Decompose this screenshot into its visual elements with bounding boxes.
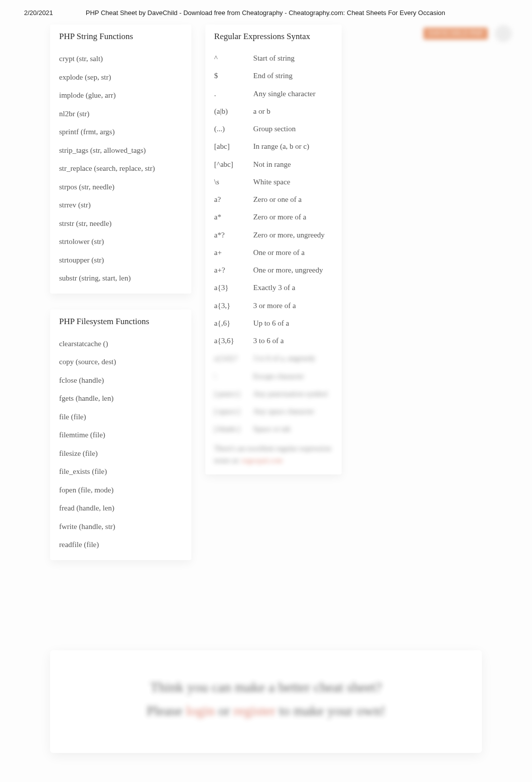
- regex-value: Zero or one of a: [253, 194, 333, 205]
- regex-key: a{3,6}?: [214, 353, 253, 364]
- regex-row-blurred: a{3,6}?3 to 6 of a, ungreedy: [205, 350, 342, 367]
- regex-row-blurred: [:punct:]Any punctuation symbol: [205, 385, 342, 403]
- regex-row: a?Zero or one of a: [205, 191, 342, 208]
- top-right-badge-area: DAVECHILD PHP: [423, 25, 512, 42]
- regex-key: .: [214, 88, 253, 100]
- regex-row: (a|b)a or b: [205, 103, 342, 120]
- filesystem-fn-item[interactable]: copy (source, dest): [50, 353, 191, 371]
- regex-value: Space or tab: [253, 423, 333, 435]
- string-fn-item[interactable]: strtolower (str): [50, 232, 191, 251]
- regex-value: a or b: [253, 106, 333, 117]
- regex-value: Escape character: [253, 371, 333, 382]
- string-fn-item[interactable]: nl2br (str): [50, 105, 191, 123]
- header-title: PHP Cheat Sheet by DaveChild - Download …: [53, 9, 478, 17]
- regex-value: Zero or more, ungreedy: [253, 229, 333, 241]
- regex-key: a*: [214, 211, 253, 223]
- regex-value: Any single character: [253, 88, 333, 100]
- regex-row: \sWhite space: [205, 173, 342, 191]
- cta-post: to make your own!: [276, 703, 385, 718]
- regex-key: $: [214, 70, 253, 82]
- filesystem-fn-item[interactable]: filemtime (file): [50, 426, 191, 444]
- filesystem-fn-item[interactable]: clearstatcache (): [50, 335, 191, 353]
- filesystem-fn-item[interactable]: file (file): [50, 408, 191, 426]
- string-fn-item[interactable]: strrev (str): [50, 196, 191, 214]
- regex-value: End of string: [253, 70, 333, 82]
- cta-or: or: [215, 703, 233, 718]
- cta-line-2: Please login or register to make your ow…: [70, 699, 462, 723]
- regex-row: a{3}Exactly 3 of a: [205, 279, 342, 297]
- filesystem-fn-item[interactable]: fread (handle, len): [50, 499, 191, 517]
- cta-login-link[interactable]: login: [186, 703, 215, 718]
- regex-key: [^abc]: [214, 159, 253, 170]
- regex-row: a{3,}3 or more of a: [205, 297, 342, 315]
- string-fn-item[interactable]: strtoupper (str): [50, 251, 191, 270]
- string-fn-item[interactable]: strip_tags (str, allowed_tags): [50, 141, 191, 160]
- regex-row-blurred: \Escape character: [205, 368, 342, 385]
- regex-row: .Any single character: [205, 85, 342, 103]
- regex-key: [abc]: [214, 141, 253, 152]
- string-fn-item[interactable]: str_replace (search, replace, str): [50, 159, 191, 178]
- string-fn-item[interactable]: crypt (str, salt): [50, 50, 191, 68]
- cta-band: Think you can make a better cheat sheet?…: [50, 650, 482, 753]
- cta-register-link[interactable]: register: [233, 703, 276, 718]
- filesystem-fn-item[interactable]: readfile (file): [50, 536, 191, 554]
- regex-value: 3 or more of a: [253, 300, 333, 312]
- regex-card: Regular Expressions Syntax ^Start of str…: [205, 25, 342, 474]
- regex-row: a*Zero or more of a: [205, 208, 342, 226]
- string-fn-item[interactable]: strpos (str, needle): [50, 178, 191, 196]
- regex-key: a{3,6}: [214, 335, 253, 347]
- filesystem-fn-item[interactable]: fwrite (handle, str): [50, 517, 191, 536]
- regex-value: 3 to 6 of a: [253, 335, 333, 347]
- regex-value: One or more of a: [253, 247, 333, 258]
- regex-key: a?: [214, 194, 253, 205]
- filesystem-fn-item[interactable]: fclose (handle): [50, 371, 191, 390]
- filesystem-fn-item[interactable]: filesize (file): [50, 444, 191, 463]
- regex-key: [:space:]: [214, 406, 253, 417]
- regex-key: a{3}: [214, 282, 253, 294]
- regex-value: Start of string: [253, 53, 333, 64]
- regex-key: (...): [214, 123, 253, 135]
- string-fn-item[interactable]: sprintf (frmt, args): [50, 123, 191, 141]
- regex-key: \s: [214, 176, 253, 188]
- regex-row: (...)Group section: [205, 120, 342, 138]
- regex-key: (a|b): [214, 106, 253, 117]
- regex-title: Regular Expressions Syntax: [205, 25, 342, 50]
- filesystem-functions-card: PHP Filesystem Functions clearstatcache …: [50, 310, 191, 560]
- cta-line-1: Think you can make a better cheat sheet?: [70, 675, 462, 699]
- regex-key: ^: [214, 53, 253, 64]
- regex-value: Up to 6 of a: [253, 318, 333, 329]
- filesystem-fn-item[interactable]: fopen (file, mode): [50, 481, 191, 499]
- regex-row-blurred: [:space:]Any space character: [205, 403, 342, 420]
- filesystem-fn-item[interactable]: file_exists (file): [50, 462, 191, 481]
- regex-row: a*?Zero or more, ungreedy: [205, 226, 342, 244]
- regex-key: [:blank:]: [214, 423, 253, 435]
- regex-row: $End of string: [205, 67, 342, 85]
- avatar: [495, 25, 512, 42]
- regex-footnote-link[interactable]: regexpal.com: [242, 456, 283, 464]
- print-header: 2/20/2021 PHP Cheat Sheet by DaveChild -…: [0, 0, 532, 21]
- filesystem-functions-title: PHP Filesystem Functions: [50, 310, 191, 335]
- regex-key: a{,6}: [214, 318, 253, 329]
- regex-value: Any space character: [253, 406, 333, 417]
- string-fn-item[interactable]: explode (sep, str): [50, 68, 191, 87]
- regex-row: a+One or more of a: [205, 244, 342, 262]
- author-pill[interactable]: DAVECHILD PHP: [423, 28, 488, 40]
- filesystem-fn-item[interactable]: fgets (handle, len): [50, 389, 191, 408]
- string-fn-item[interactable]: strstr (str, needle): [50, 214, 191, 233]
- string-fn-item[interactable]: implode (glue, arr): [50, 86, 191, 105]
- regex-row: a{3,6}3 to 6 of a: [205, 332, 342, 350]
- regex-row: [abc]In range (a, b or c): [205, 138, 342, 155]
- regex-row: ^Start of string: [205, 50, 342, 67]
- regex-row: [^abc]Not in range: [205, 156, 342, 173]
- regex-key: [:punct:]: [214, 388, 253, 400]
- string-fn-item[interactable]: substr (string, start, len): [50, 269, 191, 288]
- regex-key: \: [214, 371, 253, 382]
- regex-value: Zero or more of a: [253, 211, 333, 223]
- regex-key: a*?: [214, 229, 253, 241]
- regex-key: a+: [214, 247, 253, 258]
- regex-value: Any punctuation symbol: [253, 388, 333, 400]
- regex-key: a{3,}: [214, 300, 253, 312]
- string-functions-title: PHP String Functions: [50, 25, 191, 50]
- regex-key: a+?: [214, 265, 253, 276]
- regex-value: In range (a, b or c): [253, 141, 333, 152]
